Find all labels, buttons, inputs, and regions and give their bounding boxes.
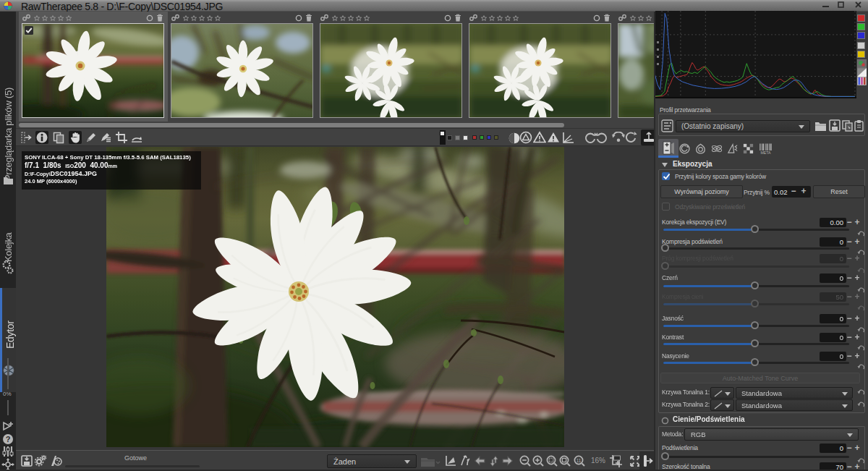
svg-text:11: 11	[576, 458, 582, 463]
svg-text:?: ?	[6, 435, 11, 444]
svg-text:META: META	[760, 150, 771, 155]
